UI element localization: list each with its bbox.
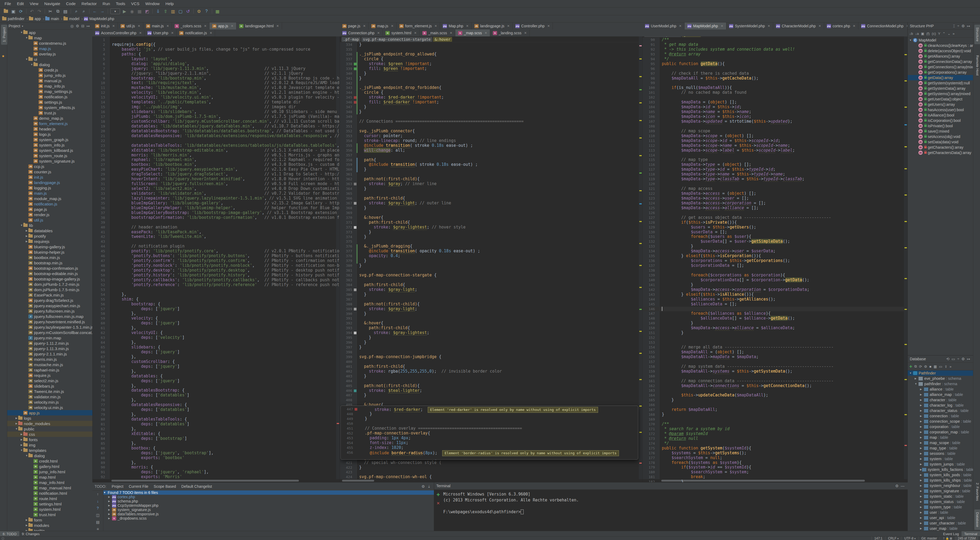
tree-file-init.js[interactable]: JSinit.js <box>7 174 92 180</box>
collapse-all-icon[interactable]: ÷ <box>957 24 959 28</box>
chevron-down-icon[interactable]: ▾ <box>22 25 23 27</box>
encoding-select[interactable]: UTF-8 ▾ <box>901 537 918 540</box>
close-tab-icon[interactable]: ✕ <box>391 24 393 28</box>
tree-file-module_map.js[interactable]: JSmodule_map.js <box>7 196 92 201</box>
structure-method-getSystemData[interactable]: mgetSystemData():array <box>908 86 973 91</box>
tree-file-jquery-1.11.2.min.js[interactable]: JSjquery-1.11.2.min.js <box>7 341 92 346</box>
tree-file-system_info.js[interactable]: JSsystem_info.js <box>7 142 92 148</box>
menu-refactor[interactable]: Refactor <box>78 2 100 6</box>
structure-method-setData[interactable]: msetData(data):void <box>908 139 973 145</box>
hide-icon[interactable]: ⇣ <box>428 484 431 489</box>
tree-folder-form[interactable]: ▶form <box>7 517 92 522</box>
tab-_main.scss[interactable]: S_main.scss✕ <box>420 29 455 37</box>
tab-Connection.php[interactable]: phpConnection.php✕ <box>340 29 383 37</box>
db-table-map[interactable]: ▶map: table <box>908 435 973 440</box>
settings-icon[interactable]: ⚙ <box>76 24 79 28</box>
mid-editor[interactable]: .pf-mapsvg.pf-map-connection-stargate&:h… <box>340 37 642 482</box>
copy-icon[interactable]: ⧉ <box>54 8 61 14</box>
close-tab-icon[interactable]: ✕ <box>485 31 487 35</box>
pin-icon[interactable]: ↦ <box>86 24 90 28</box>
tree-file-validator.min.js[interactable]: JSvalidator.min.js <box>7 394 92 399</box>
tab-form_element.js[interactable]: JSform_element.js✕ <box>397 22 440 29</box>
tree-file-app.js[interactable]: JSapp.js <box>7 410 92 416</box>
tab-User.php[interactable]: phpUser.php✕ <box>145 29 177 37</box>
toolwindow-button-structure[interactable]: Structure <box>974 25 980 44</box>
tree-file-system_route.js[interactable]: JSsystem_route.js <box>7 153 92 158</box>
favorites-star-icon[interactable]: ★ <box>2 54 5 58</box>
db-toolbar-icon[interactable]: ■ <box>929 365 932 369</box>
tree-folder-dialog[interactable]: ▼dialog <box>7 453 92 458</box>
tree-file-page.js[interactable]: JSpage.js <box>7 207 92 212</box>
structure-method-getSystem[interactable]: mgetSystem(systemId):null <box>908 80 973 86</box>
tree-file-mustache.min.js[interactable]: JSmustache.min.js <box>7 362 92 367</box>
tree-file-jquery.easypiechart.min.js[interactable]: JSjquery.easypiechart.min.js <box>7 303 92 308</box>
todo-strip-icon[interactable]: ? <box>97 506 99 510</box>
tab-_map.scss[interactable]: S_map.scss✕ <box>455 29 490 37</box>
tree-file-landingpage.js[interactable]: JSlandingpage.js <box>7 180 92 185</box>
right-code[interactable]: 90/**91 * get map data92 * -> this inclu… <box>643 38 904 482</box>
tree-file-bootstrap-image-gallery.js[interactable]: JSbootstrap-image-gallery.js <box>7 276 92 282</box>
cut-icon[interactable]: ✂ <box>47 8 54 14</box>
tree-file-jquery-2.1.1.min.js[interactable]: JSjquery-2.1.1.min.js <box>7 351 92 357</box>
sync-icon[interactable]: ⟳ <box>18 8 24 14</box>
structure-method-getCharacters[interactable]: mgetCharacters():array <box>908 145 973 150</box>
structure-method-getUserData[interactable]: mgetUserData():object <box>908 96 973 102</box>
tree-file-select2.min.js[interactable]: JSselect2.min.js <box>7 378 92 383</box>
close-tab-icon[interactable]: ✕ <box>138 24 140 28</box>
tree-file-settings.html[interactable]: Hsettings.html <box>7 501 92 507</box>
save-icon[interactable]: ▣ <box>10 8 17 14</box>
tree-file-header.js[interactable]: JSheader.js <box>7 126 92 132</box>
tree-folder-datatables[interactable]: ▶datatables <box>7 228 92 233</box>
todo-summary[interactable]: ▼Found 7 TODO items in 6 files <box>103 491 434 495</box>
tree-file-jquery.min.map[interactable]: Jjquery.min.map <box>7 335 92 341</box>
tab-app.js[interactable]: JSapp.js✕ <box>210 22 236 29</box>
menu-vcs[interactable]: VCS <box>128 2 143 6</box>
close-tab-icon[interactable]: ✕ <box>414 31 417 35</box>
tree-file-map_manual.html[interactable]: Hmap_manual.html <box>7 485 92 491</box>
tree-file-dom.jsPlumb-1.7.2-min.js[interactable]: JSdom.jsPlumb-1.7.2-min.js <box>7 282 92 287</box>
structure-method-getConnectionData[interactable]: mgetConnectionData():array <box>908 59 973 64</box>
expand-all-icon[interactable]: ⌶ <box>953 24 955 29</box>
tree-file-form_element.js[interactable]: JSform_element.js <box>7 121 92 126</box>
tree-file-credit.html[interactable]: Hcredit.html <box>7 458 92 464</box>
left-code[interactable]: 12requirejs.config({3 baseUrl: 'js', // … <box>93 38 336 479</box>
menu-file[interactable]: File <box>2 2 14 6</box>
tab-Map.php[interactable]: phpMap.php✕ <box>440 22 472 29</box>
find-icon[interactable]: ⌕ <box>73 8 80 14</box>
tree-file-system_effects.js[interactable]: JSsystem_effects.js <box>7 105 92 110</box>
close-tab-icon[interactable]: ✕ <box>363 24 366 28</box>
db-table-map_scope[interactable]: ▶map_scope: table <box>908 440 973 446</box>
tab-ConnectionModel.php[interactable]: phpConnectionModel.php✕ <box>858 22 907 29</box>
left-hscrollbar[interactable] <box>93 479 340 482</box>
tree-file-trust.html[interactable]: Htrust.html <box>7 512 92 517</box>
settings-icon[interactable]: ⚙ <box>196 8 202 14</box>
close-tab-icon[interactable]: ✕ <box>139 31 142 35</box>
tree-file-dom.jsPlumb-1.7.5-min.js[interactable]: JSdom.jsPlumb-1.7.5-min.js <box>7 287 92 292</box>
db-table-system_jumps[interactable]: ▶system_jumps: table <box>908 462 973 467</box>
tab-CharacterModel.php[interactable]: phpCharacterModel.php✕ <box>773 22 824 29</box>
profiler-icon[interactable]: ◩ <box>143 8 151 14</box>
tree-file-system.html[interactable]: Hsystem.html <box>7 507 92 512</box>
tree-file-velocity.ui.min.js[interactable]: JSvelocity.ui.min.js <box>7 405 92 410</box>
menu-code[interactable]: Code <box>63 2 78 6</box>
close-tab-icon[interactable]: ✕ <box>721 24 724 28</box>
db-table-character_status[interactable]: ▶character_status: table <box>908 408 973 413</box>
todo-strip-icon[interactable]: ▤ <box>96 520 99 524</box>
forward-icon[interactable]: → <box>99 8 106 14</box>
tree-file-EasePack.min.js[interactable]: JSEasePack.min.js <box>7 292 92 298</box>
todo-tab-scope-based[interactable]: Scope Based <box>151 484 179 489</box>
caret-position[interactable]: 147:1 <box>872 537 885 540</box>
tree-folder-public[interactable]: ▼public <box>7 426 92 432</box>
structure-method-isAlliance[interactable]: misAlliance():bool <box>908 113 973 118</box>
tree-file-notification.js[interactable]: JSnotification.js <box>7 201 92 207</box>
structure-method-setAccess[interactable]: msetAccess(obj):void <box>908 134 973 139</box>
tab-landingpage.html[interactable]: Hlandingpage.html✕ <box>237 22 282 29</box>
tree-file-render.js[interactable]: JSrender.js <box>7 212 92 217</box>
tree-file-credit.js[interactable]: JScredit.js <box>7 67 92 73</box>
todo-file-CcpSystemsMapper.php[interactable]: ▶phpCcpSystemsMapper.php <box>103 503 434 508</box>
db-table-character_log[interactable]: ▶character_log: table <box>908 403 973 408</box>
scroll-thumb[interactable] <box>111 480 299 482</box>
project-structure-icon[interactable]: ▦ <box>214 8 221 14</box>
tree-folder-css[interactable]: ▶css <box>7 432 92 437</box>
tree-file-system_killboard.js[interactable]: JSsystem_killboard.js <box>7 148 92 153</box>
